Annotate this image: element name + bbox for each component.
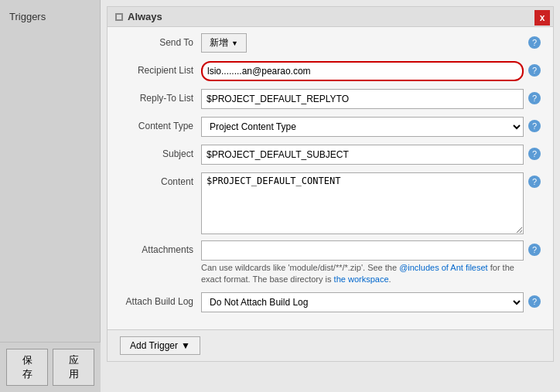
content-type-help-icon[interactable]: ? (528, 120, 541, 132)
panel-icon (115, 13, 123, 21)
attachments-control: Can use wildcards like 'module/dist/**/*… (201, 240, 524, 286)
send-to-help-icon[interactable]: ? (528, 36, 541, 49)
attachments-help-text: Can use wildcards like 'module/dist/**/*… (201, 262, 524, 286)
subject-row: Subject ? (120, 145, 541, 166)
attachments-help-link1[interactable]: @includes of Ant fileset (399, 263, 488, 272)
attachments-help-text-1: Can use wildcards like 'module/dist/**/*… (201, 263, 397, 272)
content-textarea[interactable]: $PROJECT_DEFAULT_CONTENT (201, 172, 524, 234)
recipient-list-label: Recipient List (120, 61, 201, 76)
recipient-list-help-icon[interactable]: ? (528, 64, 541, 77)
add-trigger-dropdown-icon: ▼ (181, 340, 190, 351)
send-to-row: Send To 新增 ▼ ? (120, 33, 541, 55)
close-button[interactable]: x (534, 10, 550, 26)
bottom-bar: 保存 应用 (0, 342, 101, 392)
attach-build-log-control: Do Not Attach Build Log Attach Build Log… (201, 292, 524, 312)
recipient-list-control (201, 61, 524, 81)
subject-label: Subject (120, 145, 201, 159)
attachments-row: Attachments Can use wildcards like 'modu… (120, 240, 541, 286)
content-row: Content $PROJECT_DEFAULT_CONTENT ? (120, 172, 541, 234)
content-label: Content (120, 172, 201, 187)
attach-build-log-help-icon[interactable]: ? (528, 295, 541, 308)
apply-button[interactable]: 应用 (53, 349, 94, 386)
attach-build-log-label: Attach Build Log (120, 292, 201, 307)
attachments-help-icon[interactable]: ? (528, 244, 541, 256)
attach-build-log-select[interactable]: Do Not Attach Build Log Attach Build Log… (201, 292, 524, 312)
add-trigger-area: Add Trigger ▼ (108, 329, 553, 361)
content-type-control: Project Content Type Default HTML Text (201, 117, 524, 137)
form-body: Send To 新增 ▼ ? Recipient List ? (108, 27, 553, 326)
sidebar: Triggers (0, 0, 101, 392)
send-to-button-label: 新增 (210, 36, 228, 49)
content-type-select[interactable]: Project Content Type Default HTML Text (201, 117, 524, 137)
add-trigger-button-label: Add Trigger (130, 340, 178, 351)
reply-to-input[interactable] (201, 89, 524, 109)
reply-to-row: Reply-To List ? (120, 89, 541, 111)
subject-input[interactable] (201, 145, 524, 165)
always-panel: Always x Send To 新增 ▼ ? (107, 6, 554, 362)
save-button[interactable]: 保存 (6, 349, 48, 386)
recipient-list-input[interactable] (201, 61, 524, 81)
recipient-list-row: Recipient List ? (120, 61, 541, 83)
attach-build-log-row: Attach Build Log Do Not Attach Build Log… (120, 292, 541, 314)
add-trigger-button[interactable]: Add Trigger ▼ (120, 336, 200, 355)
content-help-icon[interactable]: ? (528, 176, 541, 188)
send-to-label: Send To (120, 33, 201, 48)
attachments-input[interactable] (201, 240, 524, 261)
attachments-help-link2[interactable]: the workspace (334, 274, 389, 284)
attachments-label: Attachments (120, 240, 201, 255)
main-content: Always x Send To 新增 ▼ ? (101, 0, 560, 392)
attachments-help-text-3: . (389, 274, 391, 284)
panel-title: Always (128, 11, 162, 22)
sidebar-item-triggers[interactable]: Triggers (0, 6, 100, 27)
content-type-row: Content Type Project Content Type Defaul… (120, 117, 541, 138)
subject-help-icon[interactable]: ? (528, 148, 541, 160)
reply-to-help-icon[interactable]: ? (528, 92, 541, 104)
dropdown-arrow-icon: ▼ (231, 39, 238, 47)
content-control: $PROJECT_DEFAULT_CONTENT (201, 172, 524, 234)
panel-header: Always x (108, 7, 553, 27)
reply-to-control (201, 89, 524, 109)
subject-control (201, 145, 524, 165)
send-to-button[interactable]: 新增 ▼ (201, 33, 247, 53)
content-type-label: Content Type (120, 117, 201, 131)
reply-to-label: Reply-To List (120, 89, 201, 104)
send-to-control: 新增 ▼ (201, 33, 524, 53)
